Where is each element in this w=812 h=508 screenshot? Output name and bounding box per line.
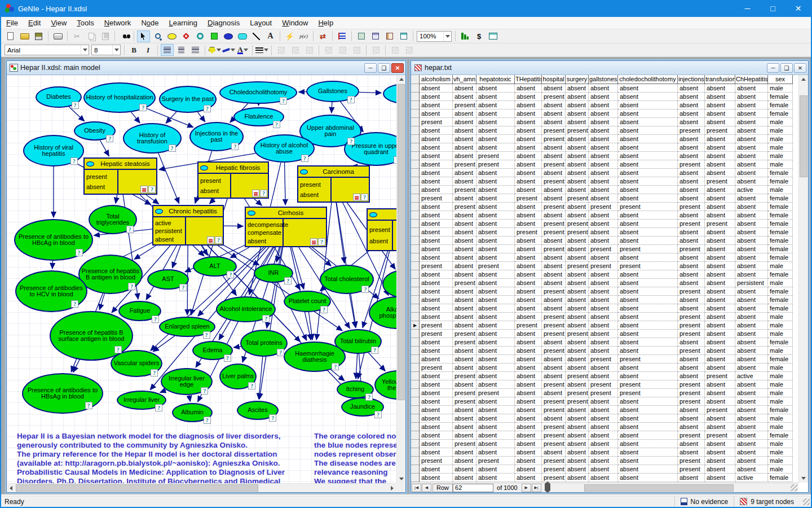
data-minimize-button[interactable]: ─ <box>767 63 779 73</box>
data-close-button[interactable]: ✕ <box>794 63 806 73</box>
table-row[interactable]: presentabsentabsentpresentabsentpresenta… <box>411 194 798 203</box>
table-row[interactable]: absentabsentabsentabsentpresentabsentabs… <box>411 347 798 355</box>
open-file-button[interactable] <box>18 30 31 42</box>
table-row[interactable]: absentabsentabsentabsentabsentabsentabse… <box>411 296 798 304</box>
table-row[interactable]: presentpresentabsentabsentpresentpresent… <box>411 330 798 338</box>
data-window-titlebar[interactable]: hepar.txt ─ ❑ ✕ <box>411 61 808 75</box>
table-row[interactable]: presentabsentabsentabsentabsentabsentabs… <box>411 118 798 126</box>
column-header-gallstones[interactable]: gallstones <box>589 75 618 84</box>
table-row[interactable]: absentabsentabsentabsentabsentabsentabse… <box>411 110 798 118</box>
diagram-horizontal-scrollbar[interactable] <box>7 483 396 492</box>
data-restore-button[interactable]: ❑ <box>780 63 793 73</box>
table-row[interactable]: absentabsentabsentabsentpresentabsentabs… <box>411 465 798 474</box>
table-row[interactable]: absentpresentabsentabsentabsentabsentabs… <box>411 279 798 287</box>
table-row[interactable]: absentabsentabsentabsentabsentabsentabse… <box>411 270 798 279</box>
column-header-ChHepatitis[interactable]: ChHepatitis <box>735 75 768 84</box>
table-row[interactable]: absentabsentpresentabsentabsentabsentabs… <box>411 152 798 160</box>
app-resize-grip[interactable] <box>803 498 810 505</box>
column-header-THepatitis[interactable]: THepatitis <box>515 75 542 84</box>
close-button[interactable]: ✕ <box>785 0 811 17</box>
column-header-hospital[interactable]: hospital <box>542 75 566 84</box>
node-fibrosis[interactable]: Hepatic fibrosispresentabsent▦? <box>197 161 269 199</box>
cost-observation-button[interactable]: $ <box>473 30 486 42</box>
menu-help[interactable]: Help <box>313 17 338 28</box>
font-color-button[interactable]: A <box>236 44 249 56</box>
menu-network[interactable]: Network <box>99 17 136 28</box>
table-row[interactable]: absentabsentabsentabsentabsentabsentabse… <box>411 143 798 152</box>
table-row[interactable]: absentpresentabsentabsentpresentpresenta… <box>411 397 798 406</box>
table-row[interactable]: absentabsentabsentabsentabsentabsentabse… <box>411 84 798 93</box>
table-row[interactable]: absentabsentabsentpresentpresentpresenta… <box>411 228 798 237</box>
data-vertical-scrollbar[interactable] <box>798 75 808 483</box>
chance-node-button[interactable] <box>165 30 178 42</box>
previous-record-button[interactable]: ◀ <box>422 484 431 492</box>
value-of-information-button[interactable] <box>336 30 348 42</box>
table-row[interactable]: absentabsentabsentabsentpresentabsentabs… <box>411 431 798 440</box>
table-row[interactable]: ▶presentabsentabsentpresentpresentabsent… <box>411 321 798 330</box>
spreadsheet-view-button[interactable] <box>397 30 410 42</box>
chart-view-button[interactable] <box>383 30 396 42</box>
menu-file[interactable]: File <box>1 17 23 28</box>
column-header-alcoholism[interactable]: alcoholism <box>420 75 453 84</box>
table-row[interactable]: absentpresentabsentabsentpresentabsentab… <box>411 440 798 448</box>
menu-diagnosis[interactable]: Diagnosis <box>202 17 245 28</box>
table-row[interactable]: absentabsentabsentabsentabsentabsentabse… <box>411 211 798 220</box>
node-steatosis[interactable]: Hepatic steatosispresentabsent▦? <box>83 157 157 195</box>
column-header-choledocholithotomy[interactable]: choledocholithotomy <box>618 75 678 84</box>
table-row[interactable]: absentpresentabsentabsentabsentabsentabs… <box>411 186 798 194</box>
column-header-injections[interactable]: injections <box>678 75 705 84</box>
model-close-button[interactable]: ✕ <box>391 63 404 73</box>
update-beliefs-button[interactable]: ⚡ <box>283 30 296 42</box>
zoom-level-combo[interactable]: 100% <box>417 31 452 42</box>
bold-button[interactable]: B <box>127 44 140 56</box>
table-row[interactable]: absentabsentabsentabsentpresentabsentabs… <box>411 423 798 431</box>
table-row[interactable]: absentabsentabsentabsentpresentabsentabs… <box>411 287 798 296</box>
column-header-vh_amn[interactable]: vh_amn <box>453 75 476 84</box>
menu-edit[interactable]: Edit <box>23 17 46 28</box>
table-row[interactable]: absentabsentabsentabsentpresentabsentpre… <box>411 245 798 253</box>
fill-color-button[interactable] <box>208 44 221 56</box>
column-header-transfusion[interactable]: transfusion <box>705 75 735 84</box>
table-row[interactable]: absentabsentabsentabsentpresentpresentab… <box>411 126 798 135</box>
network-properties-button[interactable] <box>355 30 368 42</box>
table-row[interactable]: absentabsentabsentabsentabsentabsentabse… <box>411 169 798 177</box>
align-left-button[interactable] <box>161 44 174 56</box>
menu-view[interactable]: View <box>46 17 72 28</box>
copy-model-button[interactable] <box>369 30 382 42</box>
table-row[interactable]: absentabsentabsentabsentabsentabsentabse… <box>411 414 798 423</box>
table-row[interactable]: absentabsentabsentabsentpresentpresentab… <box>411 220 798 228</box>
data-horizontal-scrollbar[interactable] <box>545 484 787 492</box>
align-center-button[interactable] <box>175 44 188 56</box>
last-record-button[interactable]: ▶| <box>532 484 541 492</box>
text-tool-button[interactable]: A <box>264 30 277 42</box>
menu-window[interactable]: Window <box>277 17 313 28</box>
table-row[interactable]: presentabsentpresentabsentabsentpresentp… <box>411 262 798 270</box>
column-header-hepatotoxic[interactable]: hepatotoxic <box>476 75 515 84</box>
submodel-node-button[interactable] <box>208 30 220 42</box>
text-box-button[interactable] <box>236 30 249 42</box>
zoom-tool-button[interactable] <box>151 30 164 42</box>
menu-tools[interactable]: Tools <box>72 17 99 28</box>
menu-node[interactable]: Node <box>136 17 164 28</box>
save-file-button[interactable] <box>32 30 45 42</box>
table-row[interactable]: absentpresentabsentabsentabsentabsentabs… <box>411 338 798 347</box>
decision-node-button[interactable] <box>179 30 192 42</box>
row-number-input[interactable] <box>453 484 493 492</box>
table-row[interactable]: absentabsentabsentabsentpresentabsentpre… <box>411 380 798 389</box>
node-cirrhosis[interactable]: Cirrhosisdecompensatecompensateabsent▦? <box>245 207 327 247</box>
italic-button[interactable]: I <box>142 44 155 56</box>
node-chronic[interactable]: Chronic hepatitisactivepersistentabsent▦… <box>152 205 224 246</box>
model-window-titlebar[interactable]: Hepar II.xdsl: main model ─ ❑ ✕ <box>7 61 405 75</box>
column-header-sex[interactable]: sex <box>768 75 793 84</box>
table-row[interactable]: absentabsentabsentabsentpresentabsentabs… <box>411 93 798 101</box>
menu-learning[interactable]: Learning <box>164 17 202 28</box>
select-cursor-button[interactable] <box>137 30 150 42</box>
utility-node-button[interactable] <box>193 30 206 42</box>
table-row[interactable]: presentabsentpresentabsentpresentabsenta… <box>411 457 798 465</box>
window-resize-grip[interactable] <box>791 484 797 491</box>
node-boxpartial[interactable]: presentabsent <box>367 208 396 251</box>
font-family-combo[interactable]: Arial <box>5 45 89 55</box>
align-right-button[interactable] <box>189 44 202 56</box>
table-row[interactable]: absentabsentabsentabsentabsentabsentabse… <box>411 237 798 245</box>
find-button[interactable] <box>118 30 131 42</box>
